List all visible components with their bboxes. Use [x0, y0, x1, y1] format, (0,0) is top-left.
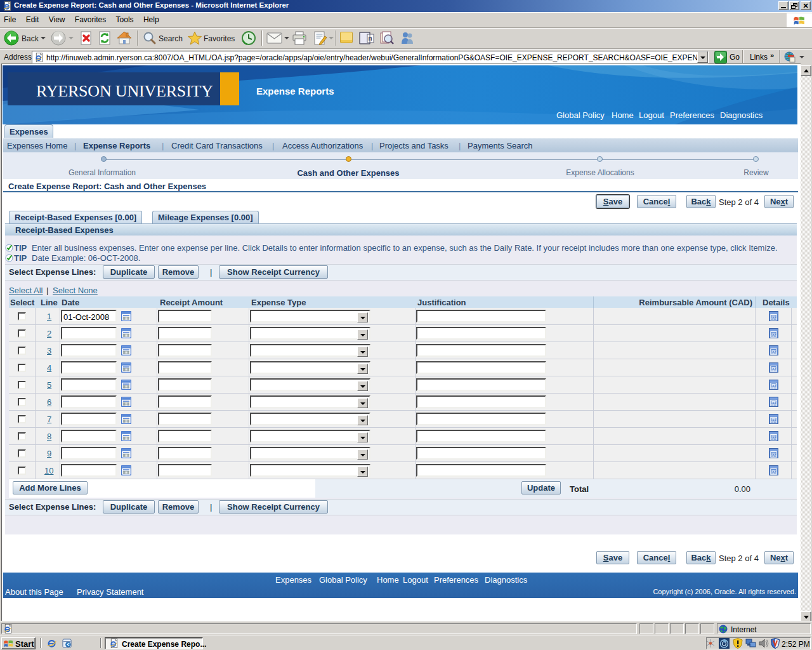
- svg-text:n: n: [369, 35, 372, 42]
